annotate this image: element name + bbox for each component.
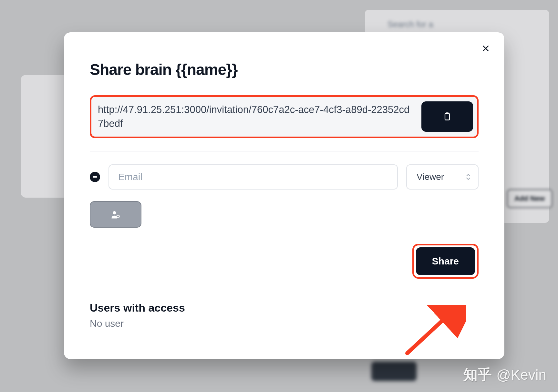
watermark-author: @Kevin [496, 367, 546, 383]
role-select[interactable]: Viewer [406, 164, 479, 190]
add-invite-button[interactable] [90, 201, 141, 228]
invite-link-box: http://47.91.25.251:3000/invitation/760c… [90, 95, 479, 138]
share-row: Share [90, 244, 479, 279]
role-selected-label: Viewer [417, 172, 444, 182]
chevron-up-down-icon [466, 174, 471, 180]
modal-title: Share brain {{name}} [90, 61, 479, 78]
divider [90, 151, 479, 151]
users-with-access-title: Users with access [90, 302, 479, 314]
invite-row: Viewer [90, 164, 479, 190]
share-modal: Share brain {{name}} http://47.91.25.251… [64, 32, 504, 359]
minus-icon [93, 176, 97, 178]
remove-invite-button[interactable] [90, 172, 100, 182]
invite-url-text[interactable]: http://47.91.25.251:3000/invitation/760c… [98, 100, 415, 133]
svg-line-5 [407, 311, 453, 353]
bg-add-new-button: Add New [507, 189, 552, 208]
bg-search-placeholder: Search for a [388, 19, 433, 29]
watermark-site: 知乎 [463, 365, 492, 384]
email-input[interactable] [108, 164, 398, 190]
copy-link-button[interactable] [421, 101, 473, 132]
person-plus-icon [111, 210, 120, 219]
svg-point-3 [113, 211, 116, 214]
no-user-text: No user [90, 318, 479, 329]
clipboard-icon [443, 112, 452, 121]
svg-rect-2 [445, 114, 450, 120]
divider [90, 291, 479, 291]
close-icon [481, 44, 490, 53]
share-button-label: Share [432, 256, 459, 266]
share-button[interactable]: Share [416, 247, 475, 275]
watermark: 知乎 @Kevin [463, 365, 546, 384]
share-highlight: Share [412, 244, 479, 279]
bg-button [371, 362, 417, 381]
close-button[interactable] [480, 43, 491, 54]
